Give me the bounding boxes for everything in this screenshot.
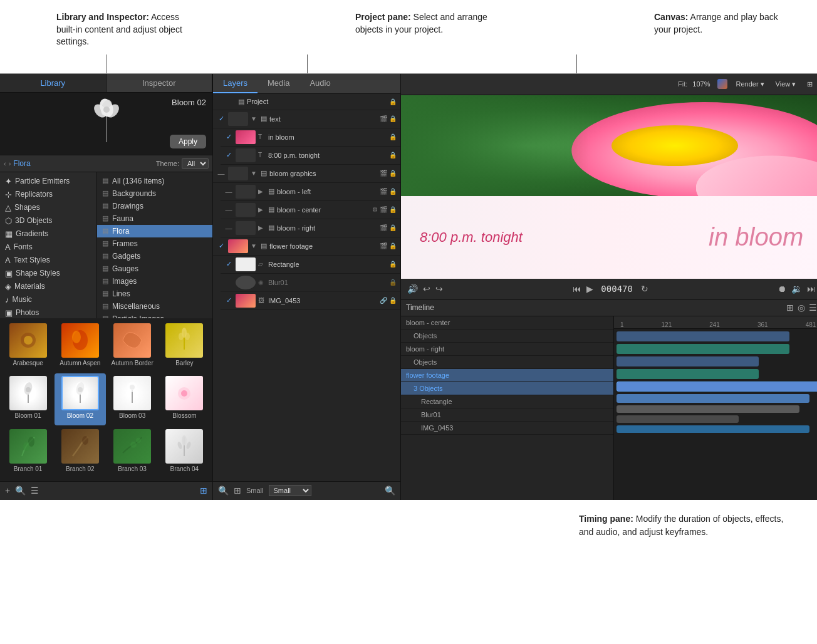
apply-button[interactable]: Apply [170,135,206,148]
thumb-autumn-aspen[interactable]: Autumn Aspen [55,321,105,373]
track-objects-2[interactable] [617,369,759,379]
cat-images[interactable]: ▤Images [97,275,212,288]
sidebar-item-shape-styles[interactable]: ▣Shape Styles [0,267,96,280]
expand-icon[interactable]: ▼ [251,242,258,249]
cat-frames[interactable]: ▤Frames [97,237,212,250]
layer-project[interactable]: ▤ Project 🔒 [213,94,400,110]
layer-blur01[interactable]: ◉ Blur01 🔒 [221,274,400,292]
theme-select[interactable]: All [182,158,209,169]
layer-bloom-center[interactable]: — ▶ ▤ bloom - center ⚙ 🎬 🔒 [221,201,400,219]
track-objects-1[interactable] [617,344,789,354]
expand-icon[interactable]: ▼ [251,170,258,177]
sidebar-item-gradients[interactable]: ▦Gradients [0,227,96,241]
layer-in-bloom[interactable]: ✓ T in bloom 🔒 [221,128,400,147]
track-img-0453[interactable] [617,425,809,433]
color-picker[interactable] [717,79,727,89]
view-button[interactable]: View ▾ [773,79,799,90]
layer-img-0453[interactable]: ✓ 🖼 IMG_0453 🔗 🔒 [221,292,400,310]
search-button[interactable]: 🔍 [15,486,26,496]
thumb-branch01[interactable]: Branch 01 [3,427,53,479]
cat-drawings[interactable]: ▤Drawings [97,200,212,212]
tl-img-0453[interactable]: IMG_0453 [401,422,613,435]
tab-audio[interactable]: Audio [299,74,340,93]
tl-blur01[interactable]: Blur01 [401,408,613,422]
sidebar-item-text-styles[interactable]: AText Styles [0,254,96,267]
thumb-branch02[interactable]: Branch 02 [55,427,105,479]
thumb-autumn-border[interactable]: Autumn Border [107,321,158,373]
tl-objects-1[interactable]: Objects [401,330,613,343]
search-button[interactable]: 🔍 [218,486,229,496]
cat-gadgets[interactable]: ▤Gadgets [97,250,212,262]
thumb-bloom02[interactable]: Bloom 02 [55,373,105,425]
add-keyframe-button[interactable]: ⊞ [786,303,794,313]
layer-rectangle[interactable]: ✓ ▱ Rectangle 🔒 [221,256,400,274]
cat-flora[interactable]: ▤Flora [97,225,212,237]
thumb-arabesque[interactable]: Arabesque [3,321,53,373]
tl-3-objects[interactable]: 3 Objects [401,382,613,395]
layer-bloom-graphics[interactable]: — ▼ ▤ bloom graphics 🎬 🔒 [213,165,400,183]
search-project-button[interactable]: 🔍 [385,486,395,496]
cat-backgrounds[interactable]: ▤Backgrounds [97,187,212,200]
loop-button[interactable]: ↻ [641,284,648,294]
layer-time-text[interactable]: ✓ T 8:00 p.m. tonight 🔒 [221,147,400,165]
thumb-barley[interactable]: Barley [159,321,210,373]
add-button[interactable]: + [5,486,10,496]
layer-text-group[interactable]: ✓ ▼ ▤ text 🎬 🔒 [213,110,400,128]
list-button[interactable]: ☰ [31,486,39,496]
track-blur01[interactable] [617,415,739,423]
track-bloom-right[interactable] [617,356,759,366]
thumb-blossom[interactable]: Blossom [159,373,210,425]
tl-objects-2[interactable]: Objects [401,356,613,369]
thumb-bloom03[interactable]: Bloom 03 [107,373,158,425]
sidebar-item-materials[interactable]: ◈Materials [0,280,96,293]
thumb-branch04[interactable]: Branch 04 [159,427,210,479]
filter-button[interactable]: ◎ [798,303,805,313]
settings-button[interactable]: ☰ [809,303,817,313]
layer-bloom-right[interactable]: — ▶ ▤ bloom - right 🎬 🔒 [221,219,400,237]
skip-back-button[interactable]: ⏮ [573,284,581,294]
track-rectangle[interactable] [617,405,799,413]
volume-button[interactable]: 🔉 [791,284,802,294]
cat-miscellaneous[interactable]: ▤Miscellaneous [97,300,212,313]
layer-flower-footage[interactable]: ✓ ▼ ▤ flower footage 🎬 🔒 [213,237,400,256]
tl-flower-footage[interactable]: flower footage [401,369,613,382]
expand-icon[interactable]: ▶ [258,224,266,231]
expand-icon[interactable]: ▶ [258,206,266,213]
layer-bloom-left[interactable]: — ▶ ▤ bloom - left 🎬 🔒 [221,183,400,201]
tab-library[interactable]: Library [0,74,107,92]
play-button[interactable]: ▶ [586,284,593,294]
render-button[interactable]: Render ▾ [732,79,767,90]
grid-toggle-button[interactable]: ⊞ [804,79,816,90]
nav-forward-icon[interactable]: › [9,160,11,167]
cat-all[interactable]: ▤All (1346 items) [97,175,212,187]
undo-button[interactable]: ↩ [423,284,430,294]
nav-back-icon[interactable]: ‹ [4,160,6,167]
ff-button[interactable]: ⏭ [807,284,816,294]
thumb-branch03[interactable]: Branch 03 [107,427,158,479]
track-bloom-center[interactable] [617,331,789,341]
tab-layers[interactable]: Layers [213,74,258,93]
cat-lines[interactable]: ▤Lines [97,288,212,300]
sidebar-item-3d-objects[interactable]: ⬡3D Objects [0,214,96,227]
cat-fauna[interactable]: ▤Fauna [97,212,212,225]
sidebar-item-shapes[interactable]: △Shapes [0,201,96,214]
cat-particle-images[interactable]: ▤Particle Images [97,313,212,318]
sidebar-item-particle-emitters[interactable]: ✦Particle Emitters [0,175,96,188]
audio-button[interactable]: 🔊 [407,284,418,294]
expand-icon[interactable]: ▶ [258,188,266,195]
tab-media[interactable]: Media [258,74,299,93]
tl-bloom-right[interactable]: bloom - right [401,343,613,356]
grid-view-button[interactable]: ⊞ [234,486,241,496]
track-3-objects[interactable] [617,394,809,403]
sidebar-item-photos[interactable]: ▣Photos [0,306,96,318]
tl-rectangle[interactable]: Rectangle [401,395,613,408]
expand-icon[interactable]: ▼ [251,115,258,122]
tab-inspector[interactable]: Inspector [107,74,213,92]
record-button[interactable]: ⏺ [778,284,786,294]
track-flower-footage[interactable] [617,382,817,392]
cat-gauges[interactable]: ▤Gauges [97,262,212,275]
thumb-bloom01[interactable]: Bloom 01 [3,373,53,425]
sidebar-item-fonts[interactable]: AFonts [0,241,96,254]
sidebar-item-music[interactable]: ♪Music [0,293,96,306]
sidebar-item-replicators[interactable]: ⊹Replicators [0,188,96,201]
